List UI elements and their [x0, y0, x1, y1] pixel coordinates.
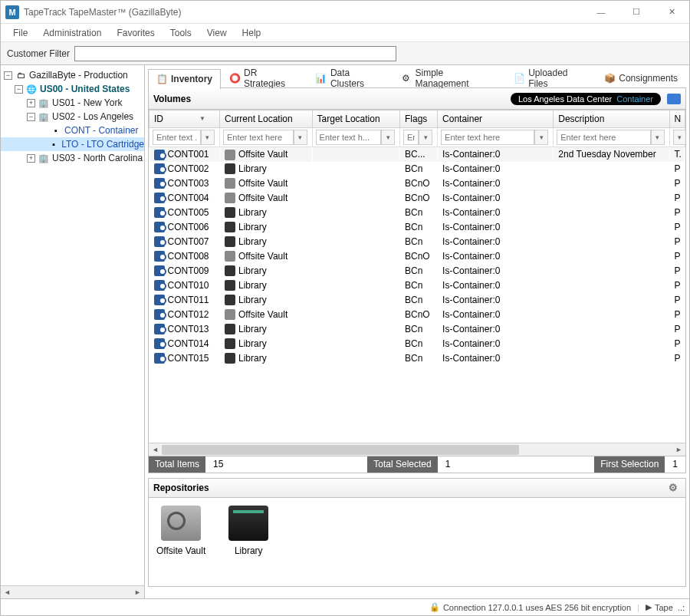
tree-cont[interactable]: ▪CONT - Container — [1, 124, 144, 137]
total-items-label: Total Items — [149, 456, 205, 473]
menu-file[interactable]: File — [5, 25, 35, 41]
sort-asc-icon: ▼ — [199, 115, 205, 122]
col-description[interactable]: Description — [554, 110, 669, 128]
filter-label: Customer Filter — [7, 48, 70, 59]
play-icon[interactable]: ▶ — [646, 602, 652, 612]
main-panel: 📋Inventory ⭕DR Strategies 📊Data Clusters… — [145, 65, 689, 598]
library-icon — [225, 163, 235, 174]
tree-lto[interactable]: ▪LTO - LTO Cartridge — [1, 137, 144, 151]
table-row[interactable]: CONT011LibraryBCnIs-Container:0P — [150, 293, 685, 308]
dr-icon: ⭕ — [229, 73, 240, 84]
filter-description[interactable] — [557, 130, 650, 145]
repo-library[interactable]: Library — [228, 506, 268, 578]
table-row[interactable]: CONT005LibraryBCnIs-Container:0P — [150, 206, 685, 220]
tape-icon — [154, 150, 165, 160]
filter-icon[interactable]: ▾ — [673, 130, 685, 145]
menu-favorites[interactable]: Favorites — [109, 25, 162, 41]
vault-icon — [225, 309, 235, 320]
table-row[interactable]: CONT008Offsite VaultBCnOIs-Container:0P — [150, 249, 685, 264]
tab-inventory[interactable]: 📋Inventory — [148, 69, 221, 89]
table-row[interactable]: CONT015LibraryBCnIs-Container:0P — [150, 351, 685, 366]
tape-icon — [154, 265, 165, 276]
table-row[interactable]: CONT009LibraryBCnIs-Container:0P — [150, 264, 685, 278]
customer-filter-input[interactable] — [74, 46, 396, 61]
col-container[interactable]: Container — [438, 110, 554, 128]
maximize-button[interactable]: ☐ — [619, 1, 654, 24]
scroll-right-icon[interactable]: ► — [131, 586, 144, 598]
col-flags[interactable]: Flags — [400, 110, 438, 128]
tab-uploaded-files[interactable]: 📄Uploaded Files — [505, 68, 596, 88]
tape-icon — [154, 178, 165, 189]
table-row[interactable]: CONT002LibraryBCnIs-Container:0P — [150, 162, 685, 176]
scroll-left-icon[interactable]: ◄ — [149, 443, 162, 456]
repo-offsite-vault[interactable]: Offsite Vault — [156, 506, 205, 578]
col-target[interactable]: Target Location — [312, 110, 399, 128]
close-button[interactable]: ✕ — [654, 1, 689, 24]
tab-consignments[interactable]: 📦Consignments — [596, 68, 686, 88]
library-icon — [225, 324, 235, 334]
first-selection-label: First Selection — [594, 456, 665, 473]
col-location[interactable]: Current Location — [219, 110, 312, 128]
table-row[interactable]: CONT006LibraryBCnIs-Container:0P — [150, 220, 685, 235]
filter-icon[interactable]: ▾ — [419, 130, 432, 145]
filter-flags[interactable] — [403, 130, 419, 145]
scroll-left-icon[interactable]: ◄ — [1, 586, 14, 598]
menu-view[interactable]: View — [199, 25, 235, 41]
volumes-grid: ID▼ Current Location Target Location Fla… — [149, 110, 685, 366]
tape-icon — [154, 280, 165, 291]
total-selected-value: 1 — [438, 456, 458, 473]
totals-bar: Total Items 15 Total Selected 1 First Se… — [148, 456, 686, 473]
tab-data-clusters[interactable]: 📊Data Clusters — [307, 68, 393, 88]
filter-icon[interactable]: ▾ — [534, 130, 548, 145]
col-id[interactable]: ID▼ — [150, 110, 220, 128]
total-selected-label: Total Selected — [367, 456, 437, 473]
scroll-right-icon[interactable]: ► — [672, 443, 685, 456]
table-row[interactable]: CONT014LibraryBCnIs-Container:0P — [150, 337, 685, 351]
gear-icon[interactable]: ⚙ — [669, 482, 681, 494]
table-row[interactable]: CONT010LibraryBCnIs-Container:0P — [150, 278, 685, 293]
filter-id[interactable] — [153, 130, 201, 145]
table-row[interactable]: CONT003Offsite VaultBCnOIs-Container:0P — [150, 176, 685, 191]
monitor-icon[interactable] — [667, 94, 681, 104]
menu-tools[interactable]: Tools — [163, 25, 199, 41]
repositories-header: Repositories ⚙ — [148, 478, 686, 498]
tab-strip: 📋Inventory ⭕DR Strategies 📊Data Clusters… — [148, 68, 686, 88]
tab-simple-management[interactable]: ⚙Simple Management — [393, 68, 505, 88]
tree-us01[interactable]: +🏢US01 - New York — [1, 96, 144, 110]
grid-hscroll[interactable]: ◄ ► — [149, 443, 685, 456]
minimize-button[interactable]: — — [583, 1, 619, 24]
clusters-icon: 📊 — [316, 73, 327, 84]
menu-administration[interactable]: Administration — [35, 25, 109, 41]
lock-icon: 🔒 — [429, 602, 440, 612]
app-icon: M — [5, 5, 19, 19]
tree-us02[interactable]: −🏢US02 - Los Angeles — [1, 110, 144, 124]
filter-container[interactable] — [441, 130, 534, 145]
filter-location[interactable] — [223, 130, 294, 145]
tree-us03[interactable]: +🏢US03 - North Carolina — [1, 151, 144, 165]
filter-icon[interactable]: ▾ — [651, 130, 665, 145]
table-row[interactable]: CONT001Offsite VaultBC...Is-Container:02… — [150, 147, 685, 162]
tab-dr-strategies[interactable]: ⭕DR Strategies — [221, 68, 307, 88]
menu-help[interactable]: Help — [235, 25, 269, 41]
vault-icon — [225, 178, 235, 189]
filter-icon[interactable]: ▾ — [381, 130, 395, 145]
app-window: M TapeTrack TapeMaster™ (GazillaByte) — … — [0, 0, 690, 616]
volumes-title: Volumes — [153, 94, 191, 104]
status-tape: Tape — [655, 603, 673, 612]
filter-icon[interactable]: ▾ — [294, 130, 307, 145]
table-row[interactable]: CONT004Offsite VaultBCnOIs-Container:0P — [150, 191, 685, 206]
table-row[interactable]: CONT012Offsite VaultBCnOIs-Container:0P — [150, 308, 685, 322]
table-row[interactable]: CONT007LibraryBCnIs-Container:0P — [150, 235, 685, 249]
vault-icon — [225, 150, 235, 160]
col-n[interactable]: N — [669, 110, 685, 128]
tree-root[interactable]: −🗀GazillaByte - Production — [1, 68, 144, 82]
library-icon — [225, 222, 235, 232]
tree-hscroll[interactable]: ◄ ► — [1, 585, 144, 598]
table-row[interactable]: CONT013LibraryBCnIs-Container:0P — [150, 322, 685, 337]
tree-us00[interactable]: −🌐US00 - United States — [1, 82, 144, 96]
filter-icon[interactable]: ▾ — [201, 130, 215, 145]
library-icon — [225, 207, 235, 218]
filter-target[interactable] — [316, 130, 381, 145]
scroll-thumb[interactable] — [162, 445, 519, 455]
repositories-body: Offsite Vault Library — [148, 498, 686, 587]
